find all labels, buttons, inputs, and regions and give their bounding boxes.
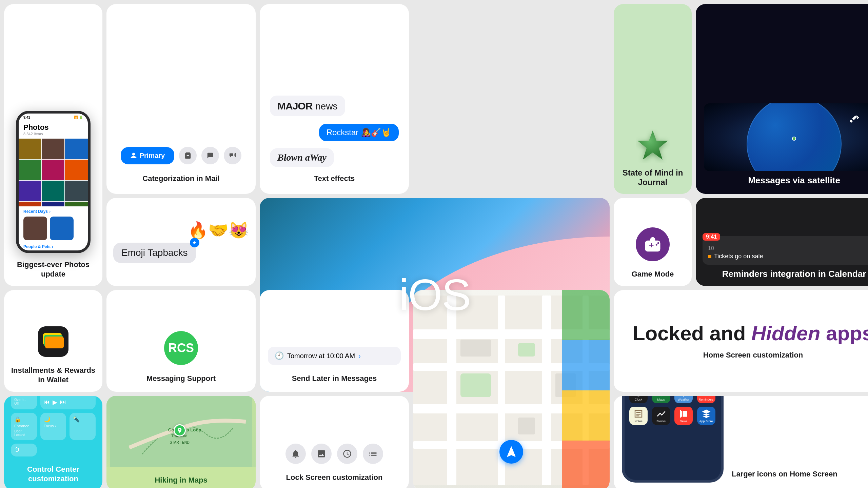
green-star-container: [636, 129, 670, 163]
home-icon-reminders[interactable]: Reminders: [697, 396, 715, 403]
photo-4: [19, 160, 41, 180]
mail-primary-button[interactable]: Primary: [121, 147, 175, 164]
photo-7: [19, 181, 41, 201]
svg-rect-14: [518, 418, 535, 434]
cc-next-icon[interactable]: ⏭: [60, 399, 66, 406]
cc-widget-door[interactable]: 🔒 Entrance DoorLocked: [11, 413, 37, 440]
svg-rect-10: [460, 373, 491, 397]
card-photos: 9:41 📶 🔋 Photos 8,342 Items: [4, 4, 102, 286]
mail-buttons: Primary: [121, 147, 242, 164]
megaphone-icon: [229, 152, 236, 159]
cc-door-sub: DoorLocked: [14, 429, 25, 437]
reminder-orange-dot: [708, 255, 711, 258]
photo-5: [42, 160, 65, 180]
photo-3: [65, 139, 88, 159]
card-send-later: 🕙 Tomorrow at 10:00 AM › Send Later in M…: [260, 290, 409, 392]
lock-screen-icon-3: [337, 444, 357, 464]
notes-icon-label: Notes: [634, 420, 643, 423]
notes-icon: [633, 409, 644, 419]
home-screen-label: Larger icons on Home Screen: [732, 469, 868, 479]
svg-rect-12: [460, 340, 491, 357]
cc-widget-timer[interactable]: ⏱: [11, 444, 37, 456]
mail-msg-button[interactable]: [201, 147, 219, 164]
home-icon-stocks[interactable]: Stocks: [652, 407, 670, 425]
mail-mega-button[interactable]: [224, 147, 241, 164]
card-state-of-mind: State of Mind in Journal: [614, 4, 692, 194]
satellite-svg: [848, 112, 861, 124]
cc-prev-icon[interactable]: ⏮: [44, 399, 50, 406]
wallet-cards-stack: [43, 333, 63, 350]
photo-9: [65, 181, 88, 201]
lock-screen-label: Lock Screen customization: [286, 473, 383, 483]
reminder-time-badge: 9:41: [703, 233, 720, 241]
locked-hidden-title: Locked and Hidden apps: [633, 322, 868, 345]
cc-widget-flashlight[interactable]: 🔦: [70, 413, 96, 440]
cc-widget-light[interactable]: 💡 Entrance Overh...Off: [11, 396, 37, 409]
major-news-bubble: MAJOR news: [270, 96, 345, 116]
list-lock-icon: [368, 449, 378, 459]
people-pets[interactable]: People & Pets ›: [19, 242, 88, 250]
photo-1: [19, 139, 41, 159]
svg-marker-0: [637, 130, 668, 160]
chevron-right-icon: ›: [358, 352, 361, 360]
mail-card-label: Categorization in Mail: [142, 174, 219, 184]
rockstar-bubble: Rockstar 👩‍🎤🎸🤘: [319, 124, 399, 141]
green-star-icon: [636, 129, 670, 163]
lock-screen-icon-1: [285, 444, 306, 464]
emoji-tapbacks-text: Emoji Tapbacks: [121, 247, 188, 258]
cc-door-label: Entrance: [14, 424, 29, 428]
appstore-icon-label: App Store: [699, 420, 713, 423]
person-icon: [130, 152, 137, 159]
send-later-text: Tomorrow at 10:00 AM: [287, 352, 355, 360]
maps-nav-icon: [656, 396, 666, 397]
svg-text:START   END: START END: [170, 440, 190, 444]
text-effects-label: Text effects: [314, 174, 355, 184]
home-icon-weather[interactable]: Weather: [674, 396, 693, 403]
cc-widget-music[interactable]: Illusion Dua Lipa ⏮ ▶ ⏭: [40, 396, 96, 409]
home-icon-maps[interactable]: Maps: [652, 396, 670, 403]
emoji-tapbacks-icons: 🔥🤝😻: [188, 221, 249, 240]
mail-cart-button[interactable]: [179, 147, 197, 164]
rcs-label: Messaging Support: [146, 374, 216, 384]
gamepad-circle: [636, 227, 670, 261]
photo-lock-icon: [317, 449, 326, 459]
home-screen-app-grid: Messages Calendar Photos Camera Clock: [625, 396, 721, 428]
news-icon-label: News: [680, 420, 688, 423]
game-mode-label: Game Mode: [632, 269, 674, 279]
reminders-icon-label: Reminders: [699, 398, 714, 401]
home-icon-news[interactable]: News: [674, 407, 693, 425]
satellite-visual: [704, 103, 868, 171]
satellite-label: Messages via satellite: [748, 175, 840, 186]
ios-hero-text: iOS: [399, 269, 471, 320]
hiking-label: Hiking in Maps: [155, 475, 207, 485]
navigation-icon: [505, 445, 518, 459]
wallet-card-orange: [45, 337, 64, 348]
rcs-badge-text: RCS: [168, 341, 194, 355]
status-bar: 9:41 📶 🔋: [19, 114, 88, 122]
appstore-icon: [701, 409, 711, 419]
home-icon-appstore[interactable]: App Store: [697, 407, 715, 425]
card-home-screen: 9:41 Messages Calendar Photos Camera: [614, 396, 868, 488]
cc-play-icon[interactable]: ▶: [53, 399, 57, 406]
moon-icon: 🌙: [44, 416, 51, 423]
clock-icon: [633, 396, 644, 397]
weather-icon: [678, 396, 689, 397]
card-game-mode: Game Mode: [614, 198, 692, 286]
home-screen-customization-label: Home Screen customization: [703, 350, 803, 360]
blown-away-text: Blown aWay: [277, 152, 327, 163]
photo-2: [42, 139, 65, 159]
cc-widget-focus[interactable]: 🌙 Focus ‹: [40, 413, 66, 440]
photos-card-label: Biggest-ever Photos update: [11, 260, 96, 279]
home-icon-clock[interactable]: Clock: [629, 396, 648, 403]
home-icon-notes[interactable]: Notes: [629, 407, 648, 425]
card-rcs: RCS Messaging Support: [106, 290, 256, 392]
recent-days[interactable]: Recent Days ›: [19, 206, 88, 215]
hidden-text: Hidden: [751, 322, 820, 345]
lock-screen-icon-2: [311, 444, 332, 464]
emoji-tapbacks-bubble: Emoji Tapbacks ★: [113, 243, 196, 263]
gamepad-icon: [643, 234, 663, 255]
recent-photos-row: [19, 215, 88, 242]
ring-icon: [291, 449, 300, 459]
photos-grid: [19, 139, 88, 206]
control-center-label: Control Center customization: [11, 465, 96, 484]
